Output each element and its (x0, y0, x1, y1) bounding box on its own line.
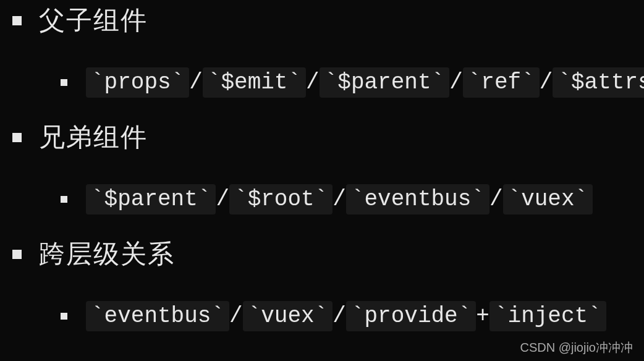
code-content: `eventbus`/`vuex`/`provide`+`inject` (86, 304, 606, 329)
bullet-square-icon (12, 133, 22, 142)
section-heading: 兄弟组件 (39, 120, 148, 155)
code-item: `props`/`$emit`/`$parent`/`ref`/`$attrs` (61, 70, 632, 95)
bullet-square-small-icon (61, 79, 67, 86)
watermark-text: CSDN @jiojio冲冲冲 (520, 339, 633, 356)
section-item: 兄弟组件 `$parent`/`$root`/`eventbus`/`vuex` (12, 120, 632, 212)
code-list: `eventbus`/`vuex`/`provide`+`inject` (12, 304, 632, 329)
section-heading-row: 跨层级关系 (12, 237, 632, 271)
code-item: `$parent`/`$root`/`eventbus`/`vuex` (61, 187, 632, 212)
section-item: 跨层级关系 `eventbus`/`vuex`/`provide`+`injec… (12, 237, 632, 329)
section-item: 父子组件 `props`/`$emit`/`$parent`/`ref`/`$a… (12, 3, 632, 95)
code-list: `$parent`/`$root`/`eventbus`/`vuex` (12, 187, 632, 212)
code-list: `props`/`$emit`/`$parent`/`ref`/`$attrs` (12, 70, 632, 95)
code-content: `props`/`$emit`/`$parent`/`ref`/`$attrs` (86, 70, 644, 95)
code-content: `$parent`/`$root`/`eventbus`/`vuex` (86, 187, 593, 212)
section-list: 父子组件 `props`/`$emit`/`$parent`/`ref`/`$a… (12, 3, 632, 329)
section-heading: 跨层级关系 (39, 237, 175, 271)
section-heading-row: 父子组件 (12, 3, 632, 38)
section-heading: 父子组件 (39, 3, 148, 38)
bullet-square-icon (12, 250, 22, 259)
bullet-square-small-icon (61, 196, 67, 203)
bullet-square-icon (12, 16, 22, 25)
code-item: `eventbus`/`vuex`/`provide`+`inject` (61, 304, 632, 329)
bullet-square-small-icon (61, 313, 67, 320)
section-heading-row: 兄弟组件 (12, 120, 632, 155)
